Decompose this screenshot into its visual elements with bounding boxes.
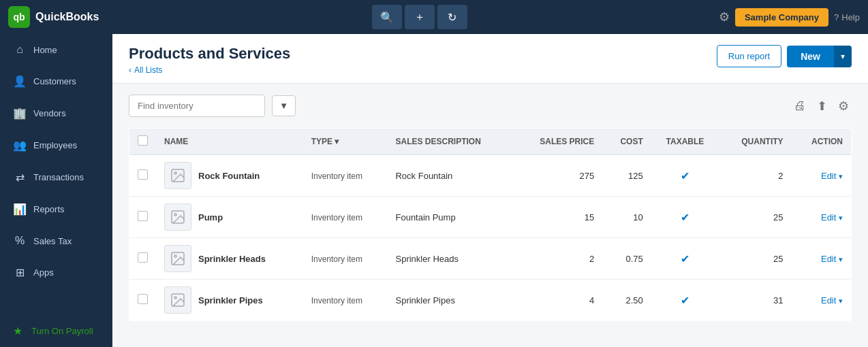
new-button-caret[interactable]: ▾ xyxy=(834,46,852,67)
header-type[interactable]: TYPE ▾ xyxy=(303,129,388,155)
chevron-left-icon: ‹ xyxy=(129,65,131,75)
table-row: Sprinkler Heads Inventory item Sprinkler… xyxy=(129,238,852,280)
reports-icon: 📊 xyxy=(13,203,27,216)
item-image xyxy=(164,162,191,189)
row-sales-description: Fountain Pump xyxy=(387,197,514,238)
row-checkbox[interactable] xyxy=(138,211,148,221)
toolbar: ▼ 🖨 ⬆ ⚙ xyxy=(112,84,868,128)
svg-point-1 xyxy=(174,172,176,174)
row-quantity: 2 xyxy=(719,155,791,197)
transactions-icon: ⇄ xyxy=(13,171,27,184)
sidebar-item-employees[interactable]: 👥 Employees xyxy=(0,129,112,161)
table-row: Rock Fountain Inventory item Rock Founta… xyxy=(129,155,852,197)
sidebar-item-apps[interactable]: ⊞ Apps xyxy=(0,257,112,288)
item-image xyxy=(164,245,191,272)
sidebar-item-turn-on-payroll[interactable]: ★ Turn On Payroll xyxy=(0,315,112,347)
sidebar-item-vendors[interactable]: 🏢 Vendors xyxy=(0,97,112,129)
action-caret-button[interactable]: ▾ xyxy=(839,255,843,264)
action-caret-button[interactable]: ▾ xyxy=(839,297,843,305)
row-checkbox-cell xyxy=(129,197,157,238)
table-row: Sprinkler Pipes Inventory item Sprinkler… xyxy=(129,280,852,321)
toolbar-right: 🖨 ⬆ ⚙ xyxy=(791,96,852,116)
topbar-center: 🔍 ＋ ↻ xyxy=(121,5,719,29)
export-button[interactable]: ⬆ xyxy=(814,96,830,116)
row-type: Inventory item xyxy=(303,238,388,280)
customers-icon: 👤 xyxy=(13,75,27,88)
sidebar-item-label: Home xyxy=(33,45,57,55)
row-cost: 0.75 xyxy=(602,238,651,280)
main-layout: ⌂ Home 👤 Customers 🏢 Vendors 👥 Employees… xyxy=(0,34,868,347)
row-action: Edit ▾ xyxy=(792,155,852,197)
header-cost: COST xyxy=(602,129,651,155)
search-button[interactable]: 🔍 xyxy=(372,5,402,29)
row-taxable: ✔ xyxy=(651,238,719,280)
taxable-checkmark: ✔ xyxy=(681,295,689,306)
row-type: Inventory item xyxy=(303,280,388,321)
company-button[interactable]: Sample Company xyxy=(735,8,828,27)
logo-text: QuickBooks xyxy=(35,11,99,23)
gear-button[interactable]: ⚙ xyxy=(719,10,730,24)
row-sales-price: 275 xyxy=(514,155,603,197)
refresh-button[interactable]: ↻ xyxy=(437,5,467,29)
header-name: NAME xyxy=(156,129,303,155)
sidebar-item-label: Customers xyxy=(33,76,76,86)
search-input[interactable] xyxy=(129,95,265,117)
page-header-right: Run report New ▾ xyxy=(717,45,852,67)
products-table: NAME TYPE ▾ SALES DESCRIPTION SALES PRIC… xyxy=(129,128,852,321)
item-image xyxy=(164,286,191,314)
edit-button[interactable]: Edit xyxy=(821,295,836,305)
header-action: ACTION xyxy=(792,129,852,155)
header-sales-description: SALES DESCRIPTION xyxy=(387,129,514,155)
row-action: Edit ▾ xyxy=(792,280,852,321)
item-image xyxy=(164,203,191,231)
sidebar-item-reports[interactable]: 📊 Reports xyxy=(0,193,112,225)
action-caret-button[interactable]: ▾ xyxy=(839,214,843,222)
print-button[interactable]: 🖨 xyxy=(791,96,809,116)
row-taxable: ✔ xyxy=(651,155,719,197)
action-caret-button[interactable]: ▾ xyxy=(839,172,843,181)
row-checkbox-cell xyxy=(129,238,157,280)
svg-point-5 xyxy=(174,255,176,257)
filter-button[interactable]: ▼ xyxy=(272,95,296,116)
row-checkbox-cell xyxy=(129,155,157,197)
row-taxable: ✔ xyxy=(651,197,719,238)
select-all-checkbox[interactable] xyxy=(138,135,148,146)
help-button[interactable]: ? Help xyxy=(834,12,860,22)
page-header: Products and Services ‹ All Lists Run re… xyxy=(112,34,868,84)
table-settings-button[interactable]: ⚙ xyxy=(835,96,852,116)
page-title: Products and Services xyxy=(129,45,290,63)
sidebar-item-label: Transactions xyxy=(33,172,84,182)
run-report-button[interactable]: Run report xyxy=(717,45,781,67)
sidebar-item-customers[interactable]: 👤 Customers xyxy=(0,65,112,97)
row-quantity: 25 xyxy=(719,238,791,280)
sidebar-item-transactions[interactable]: ⇄ Transactions xyxy=(0,161,112,193)
item-name: Pump xyxy=(198,212,223,222)
new-button[interactable]: New xyxy=(787,46,834,67)
sidebar-item-label: Reports xyxy=(33,204,65,214)
breadcrumb[interactable]: ‹ All Lists xyxy=(129,65,290,75)
row-checkbox[interactable] xyxy=(138,294,148,304)
topbar-right: ⚙ Sample Company ? Help xyxy=(719,8,860,27)
row-checkbox[interactable] xyxy=(138,169,148,180)
edit-button[interactable]: Edit xyxy=(821,212,836,222)
header-taxable: TAXABLE xyxy=(651,129,719,155)
row-cost: 125 xyxy=(602,155,651,197)
svg-point-7 xyxy=(174,297,176,299)
header-quantity: QUANTITY xyxy=(719,129,791,155)
sales-tax-icon: % xyxy=(13,235,27,247)
row-checkbox[interactable] xyxy=(138,252,148,263)
taxable-checkmark: ✔ xyxy=(681,212,689,223)
add-button[interactable]: ＋ xyxy=(405,5,435,29)
sidebar-item-label: Apps xyxy=(33,267,54,278)
edit-button[interactable]: Edit xyxy=(821,171,836,181)
taxable-checkmark: ✔ xyxy=(681,170,689,182)
sidebar-item-sales-tax[interactable]: % Sales Tax xyxy=(0,225,112,257)
topbar: qb QuickBooks 🔍 ＋ ↻ ⚙ Sample Company ? H… xyxy=(0,0,868,34)
logo-icon: qb xyxy=(8,6,30,28)
apps-icon: ⊞ xyxy=(13,266,27,279)
edit-button[interactable]: Edit xyxy=(821,254,836,264)
row-type: Inventory item xyxy=(303,197,388,238)
row-sales-description: Sprinkler Pipes xyxy=(387,280,514,321)
sidebar-item-home[interactable]: ⌂ Home xyxy=(0,34,112,65)
item-name: Sprinkler Heads xyxy=(198,254,266,264)
